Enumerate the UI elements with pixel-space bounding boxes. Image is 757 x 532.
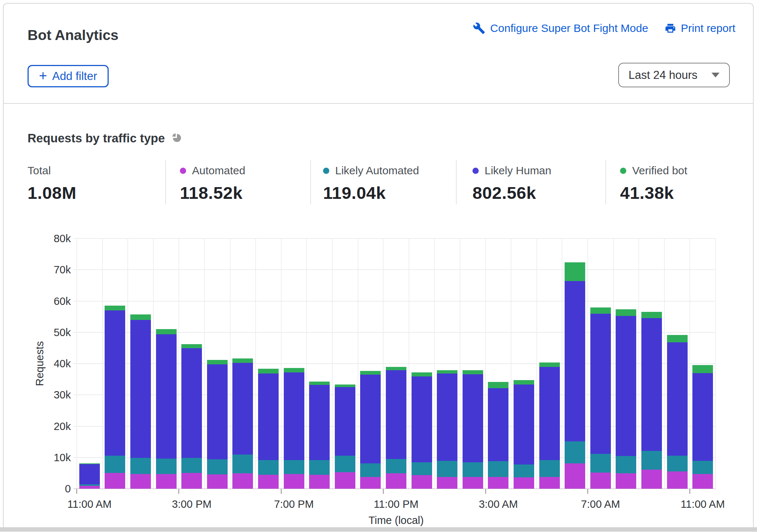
bar-segment-likely-human[interactable]	[565, 281, 585, 441]
bar-segment-verified-bot[interactable]	[692, 365, 713, 373]
bar-segment-likely-human[interactable]	[335, 387, 355, 456]
bar-segment-automated[interactable]	[309, 475, 330, 489]
bar-segment-likely-automated[interactable]	[284, 460, 304, 474]
bar-segment-verified-bot[interactable]	[156, 329, 177, 334]
bar-segment-likely-human[interactable]	[514, 385, 534, 464]
stat-likely-human[interactable]: Likely Human802.56k	[472, 164, 551, 203]
bar-segment-likely-human[interactable]	[641, 318, 662, 451]
bar-segment-automated[interactable]	[105, 473, 125, 489]
bar-segment-verified-bot[interactable]	[335, 385, 355, 387]
bar-segment-verified-bot[interactable]	[207, 360, 228, 364]
bar-segment-verified-bot[interactable]	[412, 372, 432, 376]
bar-segment-automated[interactable]	[437, 477, 457, 489]
bar-segment-likely-human[interactable]	[130, 320, 151, 458]
bar-segment-automated[interactable]	[386, 473, 406, 489]
bar-segment-likely-human[interactable]	[360, 375, 381, 463]
bar-segment-likely-automated[interactable]	[130, 458, 151, 474]
bar-segment-automated[interactable]	[335, 472, 355, 489]
bar-segment-automated[interactable]	[514, 477, 534, 489]
bar-segment-likely-automated[interactable]	[539, 460, 560, 477]
bar-segment-likely-human[interactable]	[105, 310, 125, 456]
bar-segment-automated[interactable]	[284, 474, 304, 489]
bar-segment-likely-human[interactable]	[79, 464, 100, 484]
bar-segment-automated[interactable]	[616, 473, 636, 489]
bar-segment-likely-automated[interactable]	[386, 459, 406, 473]
bar-segment-likely-automated[interactable]	[258, 460, 279, 475]
bar-segment-likely-human[interactable]	[463, 374, 483, 462]
bar-segment-likely-automated[interactable]	[156, 459, 177, 474]
bar-segment-likely-human[interactable]	[156, 334, 177, 459]
bar-segment-verified-bot[interactable]	[590, 307, 611, 313]
bar-segment-likely-automated[interactable]	[667, 456, 688, 471]
bar-segment-likely-human[interactable]	[412, 376, 432, 462]
bar-segment-verified-bot[interactable]	[488, 382, 508, 388]
bar-segment-verified-bot[interactable]	[463, 370, 483, 374]
bar-segment-likely-automated[interactable]	[641, 451, 662, 470]
bar-segment-likely-human[interactable]	[207, 364, 228, 459]
bar-segment-automated[interactable]	[667, 471, 688, 489]
bar-segment-likely-automated[interactable]	[105, 456, 125, 473]
bar-segment-automated[interactable]	[488, 477, 508, 489]
bar-segment-automated[interactable]	[590, 473, 611, 489]
bar-segment-likely-human[interactable]	[692, 373, 713, 461]
stat-automated[interactable]: Automated118.52k	[180, 164, 245, 203]
bar-segment-automated[interactable]	[130, 474, 151, 489]
bar-segment-likely-automated[interactable]	[232, 455, 253, 473]
bar-segment-verified-bot[interactable]	[667, 335, 688, 342]
bar-segment-likely-human[interactable]	[590, 314, 611, 454]
bar-segment-likely-automated[interactable]	[463, 462, 483, 477]
bar-segment-verified-bot[interactable]	[284, 368, 304, 372]
bar-segment-likely-human[interactable]	[181, 348, 202, 458]
bar-segment-automated[interactable]	[156, 474, 177, 489]
bar-segment-verified-bot[interactable]	[232, 358, 253, 363]
bar-segment-likely-human[interactable]	[437, 374, 457, 461]
bar-segment-verified-bot[interactable]	[514, 380, 534, 385]
bar-segment-likely-human[interactable]	[616, 316, 636, 456]
bar-segment-likely-automated[interactable]	[79, 484, 100, 486]
stat-verified-bot[interactable]: Verified bot41.38k	[620, 164, 687, 203]
bar-segment-automated[interactable]	[539, 477, 560, 489]
bar-segment-verified-bot[interactable]	[360, 371, 381, 375]
bar-segment-likely-automated[interactable]	[412, 462, 432, 475]
bar-segment-likely-automated[interactable]	[335, 456, 355, 472]
bar-segment-likely-automated[interactable]	[360, 463, 381, 477]
bar-segment-likely-automated[interactable]	[437, 461, 457, 477]
configure-super-bot-fight-mode-link[interactable]: Configure Super Bot Fight Mode	[473, 22, 648, 34]
bar-segment-likely-automated[interactable]	[309, 460, 330, 474]
time-range-select[interactable]: Last 24 hours	[618, 63, 730, 87]
bar-segment-automated[interactable]	[207, 474, 228, 489]
bar-segment-likely-human[interactable]	[232, 363, 253, 455]
bar-segment-verified-bot[interactable]	[386, 367, 406, 370]
bar-segment-likely-automated[interactable]	[616, 456, 636, 473]
bar-segment-automated[interactable]	[181, 473, 202, 489]
bar-segment-likely-human[interactable]	[488, 388, 508, 461]
bar-segment-likely-automated[interactable]	[514, 464, 534, 477]
bar-segment-automated[interactable]	[692, 474, 713, 489]
bar-segment-verified-bot[interactable]	[79, 463, 100, 464]
bar-segment-likely-automated[interactable]	[207, 459, 228, 474]
bar-segment-likely-automated[interactable]	[590, 454, 611, 472]
bar-segment-verified-bot[interactable]	[616, 309, 636, 316]
bar-segment-verified-bot[interactable]	[565, 262, 585, 281]
bar-segment-automated[interactable]	[565, 463, 585, 489]
bar-segment-likely-automated[interactable]	[565, 441, 585, 463]
bar-segment-likely-human[interactable]	[386, 370, 406, 459]
print-report-link[interactable]: Print report	[664, 22, 735, 34]
bar-segment-automated[interactable]	[463, 477, 483, 489]
bar-segment-likely-human[interactable]	[309, 385, 330, 460]
bar-segment-likely-automated[interactable]	[488, 461, 508, 477]
stat-likely-automated[interactable]: Likely Automated119.04k	[323, 164, 419, 203]
bar-segment-likely-human[interactable]	[284, 372, 304, 460]
bar-segment-verified-bot[interactable]	[105, 306, 125, 310]
bar-segment-automated[interactable]	[641, 470, 662, 489]
bar-segment-likely-human[interactable]	[258, 374, 279, 460]
bar-segment-automated[interactable]	[412, 475, 432, 489]
bar-segment-likely-automated[interactable]	[181, 458, 202, 473]
bar-segment-likely-automated[interactable]	[692, 461, 713, 474]
add-filter-button[interactable]: + Add filter	[28, 65, 109, 87]
bar-segment-verified-bot[interactable]	[641, 312, 662, 318]
bar-segment-verified-bot[interactable]	[130, 314, 151, 320]
bar-segment-likely-human[interactable]	[539, 367, 560, 460]
bar-segment-automated[interactable]	[232, 473, 253, 489]
bar-segment-verified-bot[interactable]	[309, 382, 330, 385]
